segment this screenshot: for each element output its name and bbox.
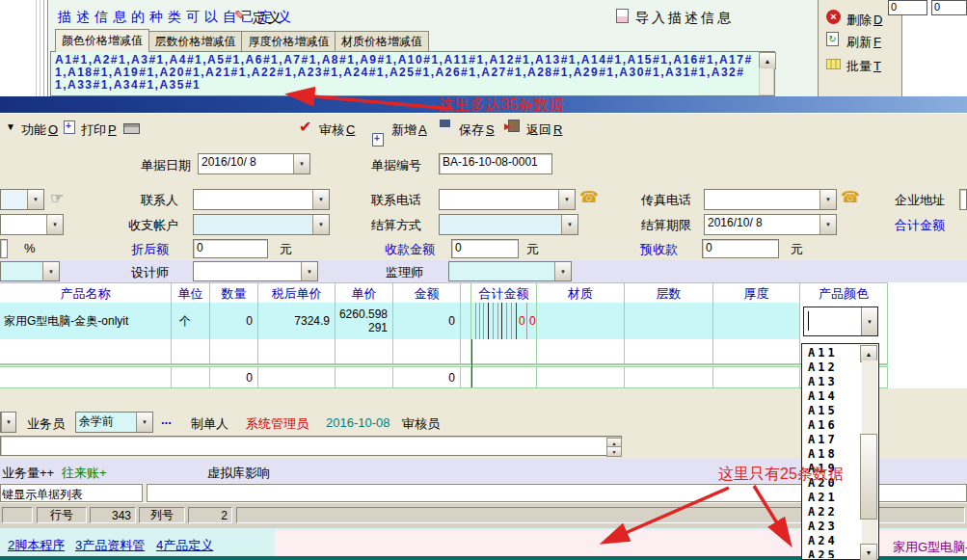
description-data-textarea[interactable]: A1#1,A2#1,A3#1,A4#1,A5#1,A6#1,A7#1,A8#1,… <box>50 51 775 96</box>
tab-layer-price[interactable]: 层数价格增减值 <box>148 31 243 52</box>
chevron-down-icon[interactable]: ▼ <box>136 413 152 432</box>
supervisor-dropdown[interactable]: ▼ <box>448 261 572 281</box>
chevron-down-icon[interactable]: ▼ <box>42 262 59 280</box>
delete-button[interactable]: 删除D <box>846 12 882 29</box>
designer-dropdown[interactable]: ▼ <box>193 261 318 281</box>
color-option[interactable]: A23 <box>803 520 861 534</box>
left-designer-dropdown[interactable]: ▼ <box>0 261 60 281</box>
bottom-tab-script[interactable]: 2脚本程序 <box>8 537 65 554</box>
save-button[interactable]: 保存S <box>459 121 495 139</box>
phone-dropdown[interactable]: ▼ <box>439 189 576 210</box>
chevron-down-icon[interactable]: ▼ <box>561 215 578 234</box>
chevron-down-icon[interactable]: ▼ <box>293 154 309 173</box>
remark-input[interactable] <box>0 436 622 456</box>
chevron-down-icon[interactable]: ▼ <box>301 262 317 280</box>
color-option[interactable]: A25 <box>803 548 861 558</box>
biz-volume-label[interactable]: 业务量++ <box>2 465 54 482</box>
chevron-down-icon[interactable]: ▼ <box>312 190 329 209</box>
corner-value-box[interactable]: 0 <box>931 0 967 15</box>
refresh-button[interactable]: 刷新F <box>846 34 881 51</box>
chevron-down-icon[interactable]: ▼ <box>1 413 15 432</box>
cell-material[interactable] <box>537 303 625 339</box>
contact-dropdown[interactable]: ▼ <box>193 189 330 210</box>
fax-dropdown[interactable]: ▼ <box>704 189 837 210</box>
chevron-down-icon[interactable]: ▼ <box>819 215 836 234</box>
printer-icon[interactable] <box>123 123 140 134</box>
cell-unit[interactable]: 个 <box>172 303 210 339</box>
left-clipped-dropdown[interactable]: ▼ <box>0 412 16 433</box>
settle-term-dropdown[interactable]: 2016/10/ 8 ▼ <box>704 214 837 235</box>
color-option[interactable]: A14 <box>803 389 861 404</box>
cell-amount[interactable]: 0 <box>393 303 461 339</box>
more-button[interactable]: ... <box>161 413 172 427</box>
tab-color-price[interactable]: 颜色价格增减值 <box>55 29 149 52</box>
list-scrollbar-thumb[interactable] <box>860 434 877 520</box>
return-hotkey: R <box>553 122 562 137</box>
cell-unit-price[interactable]: 6260.598291 <box>336 303 393 339</box>
doc-no-input[interactable]: BA-16-10-08-0001 <box>439 153 552 174</box>
telephone-icon[interactable]: ☎ <box>841 188 860 206</box>
accounts-label[interactable]: 往来账+ <box>62 465 107 482</box>
color-option[interactable]: A11 <box>803 346 861 360</box>
cell-product-name[interactable]: 家用G型电脑-金奥-onlyit <box>0 303 172 339</box>
hand-pointer-icon[interactable]: ☞ <box>50 189 64 207</box>
function-menu[interactable]: 功能O <box>21 121 58 139</box>
corner-value-box[interactable]: 0 <box>888 0 927 15</box>
print-button[interactable]: 打印P <box>81 121 117 139</box>
column-header: 合计金额 <box>471 283 537 304</box>
list-scroll-down-button[interactable]: ▼ <box>860 544 877 560</box>
color-option[interactable]: A13 <box>803 375 861 389</box>
cell-total-amount[interactable]: 0 0 <box>471 303 537 339</box>
chevron-down-icon[interactable]: ▼ <box>46 215 63 234</box>
chevron-down-icon[interactable]: ▼ <box>27 190 43 209</box>
telephone-icon[interactable]: ☎ <box>579 188 599 206</box>
tab-material-price[interactable]: 材质价格增减值 <box>335 31 429 52</box>
column-header <box>461 283 471 304</box>
customer-dropdown[interactable]: ▼ <box>0 189 44 210</box>
account-type-dropdown[interactable]: ▼ <box>0 214 64 235</box>
chevron-down-icon[interactable]: ▼ <box>558 190 575 209</box>
chevron-down-icon[interactable]: ▼ <box>861 307 877 335</box>
product-color-edit[interactable] <box>804 307 861 335</box>
received-input[interactable]: 0 <box>451 239 519 258</box>
tab-thickness-price[interactable]: 厚度价格增减值 <box>241 31 336 52</box>
discount-input[interactable]: 0 <box>193 239 268 258</box>
cell-price-after-tax[interactable]: 7324.9 <box>258 303 336 339</box>
color-option[interactable]: A16 <box>803 418 861 433</box>
color-option[interactable]: A15 <box>803 404 861 418</box>
address-input[interactable] <box>959 189 967 210</box>
color-option[interactable]: A12 <box>803 360 861 375</box>
settle-method-dropdown[interactable]: ▼ <box>439 214 578 235</box>
chevron-down-icon[interactable]: ▼ <box>554 262 571 280</box>
chevron-down-icon[interactable]: ▼ <box>819 190 836 209</box>
cell-layers[interactable] <box>625 303 713 339</box>
remark-spin-down[interactable]: ▼ <box>606 446 622 457</box>
discount-rate-input[interactable] <box>0 239 8 258</box>
define-button[interactable]: 定义 <box>253 10 283 27</box>
color-option[interactable]: A21 <box>803 491 861 505</box>
textarea-scrollbar-track[interactable] <box>759 67 774 95</box>
color-option[interactable]: A24 <box>803 534 861 548</box>
cell-qty[interactable]: 0 <box>210 303 258 339</box>
bottom-tab-product-define[interactable]: 4产品定义 <box>156 537 213 554</box>
audit-button[interactable]: 审核C <box>319 121 355 139</box>
import-description-button[interactable]: 导入描述信息 <box>635 10 734 27</box>
prepaid-input[interactable]: 0 <box>702 239 779 258</box>
batch-button[interactable]: 批量T <box>846 58 881 75</box>
chevron-down-icon[interactable]: ▼ <box>312 215 329 234</box>
color-dropdown-list[interactable]: A11A12A13A14A15A16A17A18A19A20A21A22A23A… <box>801 343 879 560</box>
doc-date-dropdown[interactable]: 2016/10/ 8 ▼ <box>198 153 310 174</box>
product-color-combobox[interactable]: ▼ <box>803 307 878 336</box>
color-option[interactable]: A22 <box>803 505 861 520</box>
return-button[interactable]: 返回R <box>526 121 562 139</box>
salesman-dropdown[interactable]: 余学前 ▼ <box>75 412 153 433</box>
empty-row[interactable] <box>0 339 888 364</box>
add-button[interactable]: 新增A <box>391 121 427 139</box>
color-option[interactable]: A17 <box>803 433 861 447</box>
cell-thickness[interactable] <box>713 303 800 339</box>
grand-total-label: 合计金额 <box>895 217 945 234</box>
column-header: 税后单价 <box>258 283 336 304</box>
bottom-tab-product-data[interactable]: 3产品资料管 <box>75 537 145 554</box>
color-option[interactable]: A18 <box>803 447 861 462</box>
account-dropdown[interactable]: ▼ <box>193 214 330 235</box>
